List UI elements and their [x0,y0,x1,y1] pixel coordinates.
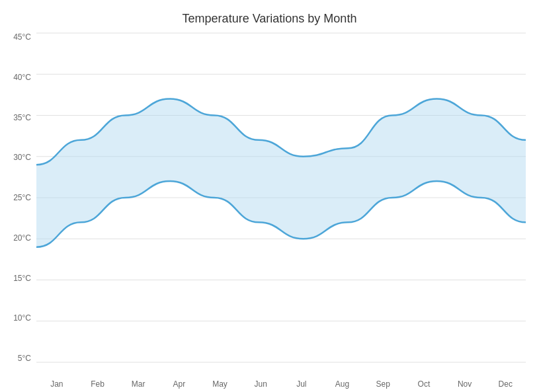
x-axis: JanFebMarAprMayJunJulAugSepOctNovDec [36,379,526,389]
x-axis-label: Jun [240,379,281,389]
x-axis-label: Sep [362,379,403,389]
x-axis-label: Jan [36,379,77,389]
y-axis-label: 20°C [13,234,31,242]
y-axis-label: 15°C [13,274,31,282]
x-axis-label: Oct [403,379,444,389]
y-axis: 45°C40°C35°C30°C25°C20°C15°C10°C5°C [0,33,36,362]
chart-svg [36,33,526,362]
y-axis-label: 45°C [13,33,31,41]
x-axis-label: Jul [281,379,322,389]
chart-plot-area [36,33,526,362]
y-axis-label: 10°C [13,314,31,322]
x-axis-label: Dec [485,379,526,389]
y-axis-label: 25°C [13,194,31,202]
x-axis-label: Feb [77,379,118,389]
x-axis-label: Aug [322,379,363,389]
x-axis-label: Mar [118,379,159,389]
y-axis-label: 35°C [13,114,31,122]
x-axis-label: Nov [444,379,485,389]
y-axis-label: 30°C [13,153,31,161]
y-axis-label: 5°C [18,354,31,362]
chart-container: Temperature Variations by Month 45°C40°C… [0,0,539,392]
x-axis-label: May [200,379,241,389]
chart-title: Temperature Variations by Month [0,0,539,26]
x-axis-label: Apr [159,379,200,389]
y-axis-label: 40°C [13,73,31,81]
